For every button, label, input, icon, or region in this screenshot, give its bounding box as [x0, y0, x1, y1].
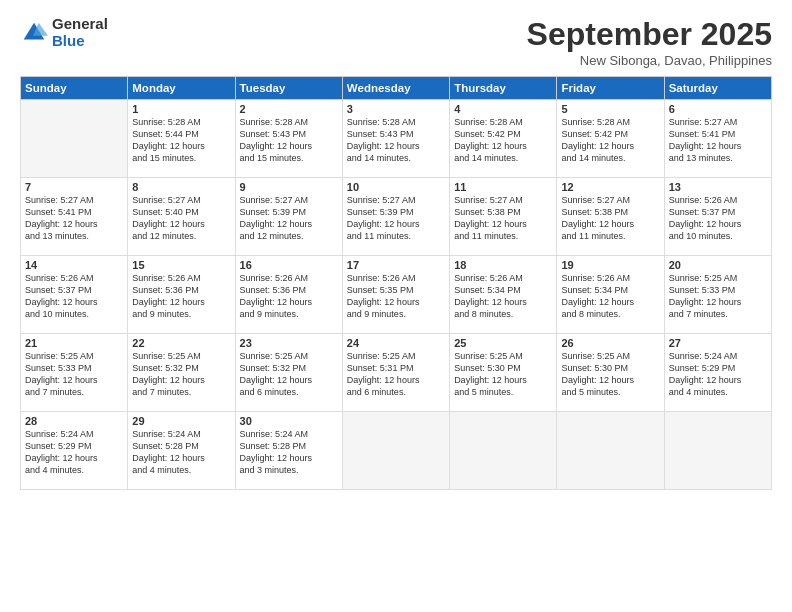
day-number: 4 [454, 103, 552, 115]
day-info: Sunrise: 5:27 AMSunset: 5:39 PMDaylight:… [347, 194, 445, 243]
weekday-header-row: Sunday Monday Tuesday Wednesday Thursday… [21, 77, 772, 100]
day-number: 3 [347, 103, 445, 115]
calendar-cell: 13Sunrise: 5:26 AMSunset: 5:37 PMDayligh… [664, 178, 771, 256]
header-thursday: Thursday [450, 77, 557, 100]
day-info: Sunrise: 5:24 AMSunset: 5:29 PMDaylight:… [25, 428, 123, 477]
calendar-table: Sunday Monday Tuesday Wednesday Thursday… [20, 76, 772, 490]
header: General Blue September 2025 New Sibonga,… [20, 16, 772, 68]
day-number: 23 [240, 337, 338, 349]
logo-icon [20, 19, 48, 47]
day-number: 24 [347, 337, 445, 349]
calendar-cell: 17Sunrise: 5:26 AMSunset: 5:35 PMDayligh… [342, 256, 449, 334]
day-info: Sunrise: 5:27 AMSunset: 5:40 PMDaylight:… [132, 194, 230, 243]
day-number: 27 [669, 337, 767, 349]
day-info: Sunrise: 5:26 AMSunset: 5:36 PMDaylight:… [240, 272, 338, 321]
calendar-cell: 26Sunrise: 5:25 AMSunset: 5:30 PMDayligh… [557, 334, 664, 412]
day-number: 10 [347, 181, 445, 193]
day-info: Sunrise: 5:27 AMSunset: 5:39 PMDaylight:… [240, 194, 338, 243]
day-number: 11 [454, 181, 552, 193]
day-info: Sunrise: 5:25 AMSunset: 5:32 PMDaylight:… [240, 350, 338, 399]
calendar-cell: 27Sunrise: 5:24 AMSunset: 5:29 PMDayligh… [664, 334, 771, 412]
calendar-cell [21, 100, 128, 178]
header-friday: Friday [557, 77, 664, 100]
calendar-cell: 22Sunrise: 5:25 AMSunset: 5:32 PMDayligh… [128, 334, 235, 412]
day-info: Sunrise: 5:26 AMSunset: 5:37 PMDaylight:… [669, 194, 767, 243]
calendar-cell: 14Sunrise: 5:26 AMSunset: 5:37 PMDayligh… [21, 256, 128, 334]
header-wednesday: Wednesday [342, 77, 449, 100]
day-info: Sunrise: 5:26 AMSunset: 5:35 PMDaylight:… [347, 272, 445, 321]
day-info: Sunrise: 5:25 AMSunset: 5:30 PMDaylight:… [454, 350, 552, 399]
day-info: Sunrise: 5:28 AMSunset: 5:42 PMDaylight:… [561, 116, 659, 165]
logo-general: General [52, 16, 108, 33]
day-number: 8 [132, 181, 230, 193]
week-row-1: 7Sunrise: 5:27 AMSunset: 5:41 PMDaylight… [21, 178, 772, 256]
calendar-cell [450, 412, 557, 490]
calendar-cell [664, 412, 771, 490]
calendar-cell: 12Sunrise: 5:27 AMSunset: 5:38 PMDayligh… [557, 178, 664, 256]
day-info: Sunrise: 5:24 AMSunset: 5:29 PMDaylight:… [669, 350, 767, 399]
calendar-cell: 20Sunrise: 5:25 AMSunset: 5:33 PMDayligh… [664, 256, 771, 334]
day-info: Sunrise: 5:25 AMSunset: 5:32 PMDaylight:… [132, 350, 230, 399]
calendar-cell [342, 412, 449, 490]
calendar-cell: 5Sunrise: 5:28 AMSunset: 5:42 PMDaylight… [557, 100, 664, 178]
calendar-cell: 7Sunrise: 5:27 AMSunset: 5:41 PMDaylight… [21, 178, 128, 256]
header-saturday: Saturday [664, 77, 771, 100]
day-info: Sunrise: 5:25 AMSunset: 5:30 PMDaylight:… [561, 350, 659, 399]
day-info: Sunrise: 5:25 AMSunset: 5:33 PMDaylight:… [25, 350, 123, 399]
day-info: Sunrise: 5:28 AMSunset: 5:44 PMDaylight:… [132, 116, 230, 165]
day-info: Sunrise: 5:28 AMSunset: 5:43 PMDaylight:… [347, 116, 445, 165]
day-info: Sunrise: 5:27 AMSunset: 5:41 PMDaylight:… [669, 116, 767, 165]
day-number: 6 [669, 103, 767, 115]
day-number: 30 [240, 415, 338, 427]
day-number: 19 [561, 259, 659, 271]
day-number: 29 [132, 415, 230, 427]
day-number: 25 [454, 337, 552, 349]
logo-blue: Blue [52, 33, 108, 50]
calendar-cell: 30Sunrise: 5:24 AMSunset: 5:28 PMDayligh… [235, 412, 342, 490]
calendar-cell: 16Sunrise: 5:26 AMSunset: 5:36 PMDayligh… [235, 256, 342, 334]
calendar-cell: 23Sunrise: 5:25 AMSunset: 5:32 PMDayligh… [235, 334, 342, 412]
week-row-0: 1Sunrise: 5:28 AMSunset: 5:44 PMDaylight… [21, 100, 772, 178]
day-info: Sunrise: 5:26 AMSunset: 5:37 PMDaylight:… [25, 272, 123, 321]
day-info: Sunrise: 5:25 AMSunset: 5:31 PMDaylight:… [347, 350, 445, 399]
week-row-3: 21Sunrise: 5:25 AMSunset: 5:33 PMDayligh… [21, 334, 772, 412]
day-number: 16 [240, 259, 338, 271]
calendar-cell: 15Sunrise: 5:26 AMSunset: 5:36 PMDayligh… [128, 256, 235, 334]
day-info: Sunrise: 5:24 AMSunset: 5:28 PMDaylight:… [240, 428, 338, 477]
day-number: 7 [25, 181, 123, 193]
day-info: Sunrise: 5:25 AMSunset: 5:33 PMDaylight:… [669, 272, 767, 321]
calendar-cell [557, 412, 664, 490]
header-tuesday: Tuesday [235, 77, 342, 100]
day-number: 21 [25, 337, 123, 349]
week-row-4: 28Sunrise: 5:24 AMSunset: 5:29 PMDayligh… [21, 412, 772, 490]
header-sunday: Sunday [21, 77, 128, 100]
week-row-2: 14Sunrise: 5:26 AMSunset: 5:37 PMDayligh… [21, 256, 772, 334]
day-number: 12 [561, 181, 659, 193]
calendar-cell: 25Sunrise: 5:25 AMSunset: 5:30 PMDayligh… [450, 334, 557, 412]
day-number: 5 [561, 103, 659, 115]
calendar-cell: 18Sunrise: 5:26 AMSunset: 5:34 PMDayligh… [450, 256, 557, 334]
title-block: September 2025 New Sibonga, Davao, Phili… [527, 16, 772, 68]
calendar-cell: 3Sunrise: 5:28 AMSunset: 5:43 PMDaylight… [342, 100, 449, 178]
day-info: Sunrise: 5:28 AMSunset: 5:42 PMDaylight:… [454, 116, 552, 165]
logo: General Blue [20, 16, 108, 49]
header-monday: Monday [128, 77, 235, 100]
day-info: Sunrise: 5:26 AMSunset: 5:34 PMDaylight:… [561, 272, 659, 321]
calendar-cell: 8Sunrise: 5:27 AMSunset: 5:40 PMDaylight… [128, 178, 235, 256]
day-info: Sunrise: 5:27 AMSunset: 5:41 PMDaylight:… [25, 194, 123, 243]
calendar-cell: 28Sunrise: 5:24 AMSunset: 5:29 PMDayligh… [21, 412, 128, 490]
day-number: 1 [132, 103, 230, 115]
calendar-cell: 19Sunrise: 5:26 AMSunset: 5:34 PMDayligh… [557, 256, 664, 334]
logo-text: General Blue [52, 16, 108, 49]
day-info: Sunrise: 5:26 AMSunset: 5:36 PMDaylight:… [132, 272, 230, 321]
day-info: Sunrise: 5:24 AMSunset: 5:28 PMDaylight:… [132, 428, 230, 477]
month-title: September 2025 [527, 16, 772, 53]
calendar-cell: 1Sunrise: 5:28 AMSunset: 5:44 PMDaylight… [128, 100, 235, 178]
calendar-cell: 9Sunrise: 5:27 AMSunset: 5:39 PMDaylight… [235, 178, 342, 256]
calendar-cell: 10Sunrise: 5:27 AMSunset: 5:39 PMDayligh… [342, 178, 449, 256]
calendar-cell: 11Sunrise: 5:27 AMSunset: 5:38 PMDayligh… [450, 178, 557, 256]
day-number: 28 [25, 415, 123, 427]
day-number: 14 [25, 259, 123, 271]
day-info: Sunrise: 5:27 AMSunset: 5:38 PMDaylight:… [454, 194, 552, 243]
calendar-cell: 6Sunrise: 5:27 AMSunset: 5:41 PMDaylight… [664, 100, 771, 178]
